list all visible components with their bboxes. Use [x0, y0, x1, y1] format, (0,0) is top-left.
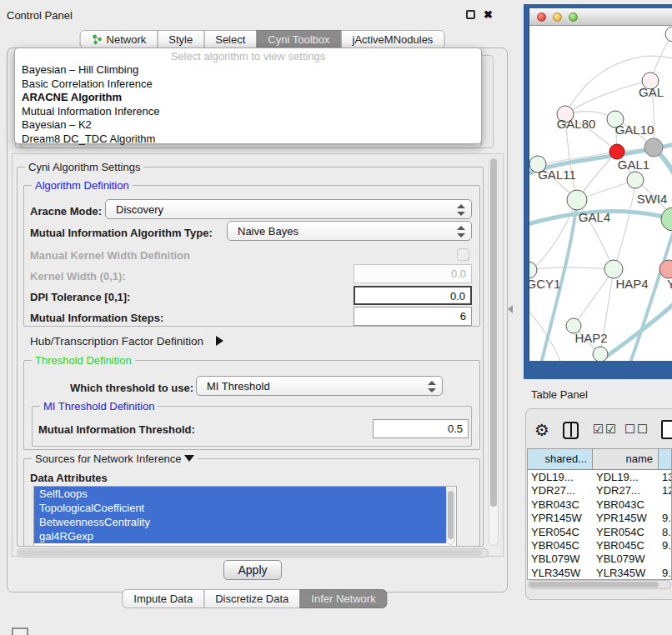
tab-jactivemnodules-label: jActiveMNodules [353, 33, 434, 46]
tab-impute-data[interactable]: Impute Data [122, 589, 204, 608]
network-node[interactable] [661, 208, 672, 231]
table-hscrollbar[interactable] [528, 580, 671, 589]
settings-vscrollbar[interactable] [489, 156, 499, 546]
deselect-all-checkboxes-icon[interactable]: ☐☐ [624, 422, 649, 436]
gene-table-header: shared... name [528, 449, 671, 470]
table-row[interactable]: YBR045CYBR045C9. [528, 538, 671, 552]
table-row[interactable]: YBL079WYBL079W [528, 552, 671, 565]
network-node[interactable] [567, 190, 587, 210]
panel-corner-icon[interactable] [12, 628, 28, 635]
float-window-icon[interactable] [466, 10, 475, 19]
settings-hscrollbar[interactable] [17, 548, 489, 558]
panel-divider-handle[interactable] [508, 305, 513, 313]
window-close-button[interactable] [537, 12, 546, 22]
cell: YPR145W [528, 511, 593, 524]
list-item[interactable]: BetweennessCentrality [34, 515, 446, 529]
table-row[interactable]: YDR27...YDR27...12 [528, 483, 671, 497]
gear-icon[interactable]: ⚙ [534, 422, 549, 438]
which-threshold-combobox[interactable]: MI Threshold [196, 376, 443, 396]
dropdown-item-selected[interactable]: ARACNE Algorithm [15, 91, 481, 105]
threshold-definition-title: Threshold Definition [32, 354, 135, 367]
tab-network[interactable]: Network [80, 30, 158, 49]
cell: YDR27... [593, 483, 659, 497]
column-header-partial[interactable] [659, 449, 671, 469]
close-icon[interactable]: ✖ [484, 8, 493, 21]
combo-arrows-icon [428, 380, 436, 393]
network-node[interactable] [593, 347, 608, 361]
cell [659, 498, 671, 511]
table-row[interactable]: YBR043CYBR043C [528, 498, 671, 511]
network-node-gray[interactable] [644, 138, 663, 157]
node-label: GAL80 [557, 117, 596, 131]
window-minimize-button[interactable] [553, 12, 562, 22]
aracne-mode-combobox[interactable]: Discovery [105, 199, 472, 219]
cell: YBR043C [528, 498, 593, 511]
network-canvas[interactable]: GAL GAL80 GAL10 GAL1 GAL11 SWI4 GAL4 GCY… [529, 27, 672, 361]
list-scrollbar-thumb[interactable] [448, 491, 454, 539]
table-panel-title: Table Panel [531, 388, 588, 401]
data-attributes-list[interactable]: SelfLoops TopologicalCoefficient Between… [33, 486, 457, 547]
list-item[interactable]: TopologicalCoefficient [34, 501, 446, 515]
network-window-titlebar[interactable] [529, 8, 672, 26]
node-label: HAP4 [615, 277, 648, 291]
cell: 9. [659, 511, 671, 524]
dropdown-item[interactable]: Dream8 DC_TDC Algorithm [15, 132, 481, 147]
combo-arrows-icon [457, 203, 465, 217]
dropdown-prompt: Select algorithm to view settings [15, 50, 481, 63]
table-row[interactable]: YLR345WYLR345W9. [528, 566, 671, 579]
mi-steps-field[interactable]: 6 [354, 307, 472, 326]
dpi-tolerance-field[interactable]: 0.0 [354, 286, 472, 305]
table-hscrollbar-thumb[interactable] [529, 582, 659, 588]
node-label: SWI4 [637, 192, 668, 206]
tab-select[interactable]: Select [203, 30, 257, 49]
network-node[interactable] [604, 260, 623, 278]
table-row[interactable]: YER054CYER054C8. [528, 525, 671, 538]
list-item[interactable]: gal4RGexp [34, 529, 446, 543]
settings-vscrollbar-thumb[interactable] [490, 158, 497, 507]
tab-impute-data-label: Impute Data [133, 592, 193, 605]
settings-hscrollbar-thumb[interactable] [18, 550, 482, 556]
cell: YBR045C [593, 538, 659, 552]
table-row[interactable]: YDL19...YDL19...13 [528, 470, 671, 483]
tab-infer-network[interactable]: Infer Network [299, 589, 387, 608]
dropdown-item[interactable]: Mutual Information Inference [15, 105, 481, 119]
tab-cyni-toolbox[interactable]: Cyni Toolbox [256, 30, 341, 49]
manual-kernel-checkbox[interactable] [457, 248, 469, 261]
dropdown-item[interactable]: Bayesian – K2 [15, 118, 481, 132]
hub-definition-label: Hub/Transcription Factor Definition [30, 335, 203, 348]
column-browser-icon[interactable] [563, 422, 579, 439]
hub-definition-expander[interactable]: Hub/Transcription Factor Definition [30, 333, 223, 348]
node-label: GAL11 [538, 168, 576, 182]
node-label: HAP2 [574, 331, 607, 345]
mi-type-combobox[interactable]: Naive Bayes [227, 221, 472, 241]
network-node-salmon[interactable] [659, 260, 672, 278]
tab-style[interactable]: Style [157, 30, 204, 49]
network-node[interactable] [627, 172, 644, 188]
apply-button[interactable]: Apply [223, 560, 282, 580]
mi-threshold-label: Mutual Information Threshold: [38, 423, 195, 436]
list-item[interactable]: SelfLoops [34, 487, 446, 501]
new-table-icon[interactable] [661, 420, 672, 439]
tab-discretize-data[interactable]: Discretize Data [203, 589, 300, 608]
table-row[interactable]: YPR145WYPR145W9. [528, 511, 671, 524]
dropdown-item[interactable]: Bayesian – Hill Climbing [15, 63, 481, 78]
cyni-algorithm-settings-title: Cyni Algorithm Settings [25, 161, 143, 173]
mi-threshold-title: MI Threshold Definition [40, 400, 158, 412]
window-zoom-button[interactable] [569, 12, 578, 22]
dropdown-item[interactable]: Basic Correlation Inference [15, 78, 481, 92]
tab-jactivemnodules[interactable]: jActiveMNodules [341, 30, 445, 49]
network-view-window: GAL GAL80 GAL10 GAL1 GAL11 SWI4 GAL4 GCY… [529, 8, 672, 361]
sources-title[interactable]: Sources for Network Inference [32, 452, 198, 465]
list-scrollbar[interactable] [446, 488, 455, 545]
column-header-shared[interactable]: shared... [528, 449, 593, 469]
cell: 9. [659, 566, 671, 579]
select-all-checkboxes-icon[interactable]: ☑☑ [593, 422, 618, 436]
network-node[interactable] [665, 27, 672, 42]
network-node[interactable] [529, 262, 537, 278]
cell: YDL19... [593, 470, 659, 483]
column-header-name[interactable]: name [593, 449, 659, 469]
mi-threshold-field[interactable]: 0.5 [373, 419, 469, 438]
tab-select-label: Select [215, 33, 245, 46]
node-label: GAL4 [579, 210, 610, 224]
kernel-width-field[interactable]: 0.0 [354, 264, 472, 283]
